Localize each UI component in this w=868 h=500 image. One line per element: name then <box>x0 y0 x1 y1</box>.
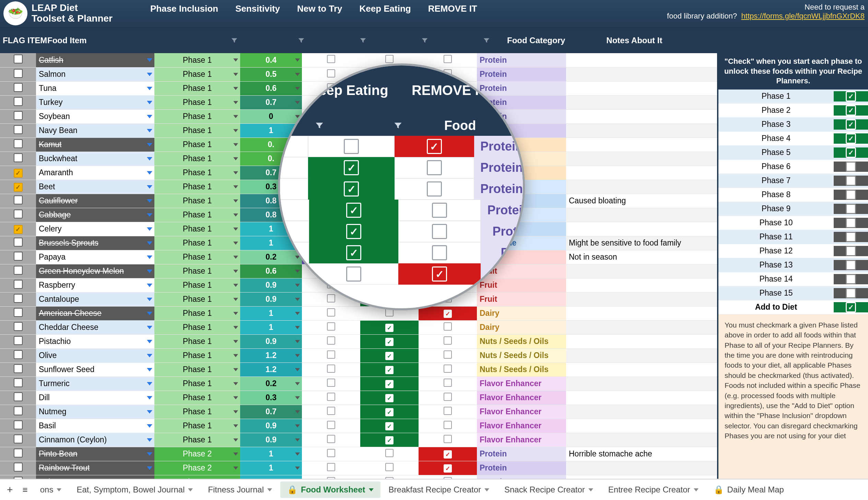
checkbox[interactable] <box>327 393 335 401</box>
flag-cell[interactable] <box>0 137 36 151</box>
dropdown-arrow-icon[interactable] <box>233 340 238 343</box>
checkbox[interactable] <box>432 203 447 218</box>
food-cell[interactable]: Brussels Sprouts <box>36 236 154 250</box>
checkbox[interactable] <box>327 421 335 429</box>
flag-checkbox[interactable] <box>14 97 23 106</box>
dropdown-arrow-icon[interactable] <box>233 466 238 469</box>
checkbox[interactable] <box>443 310 452 318</box>
dropdown-arrow-icon[interactable] <box>233 241 238 245</box>
dropdown-arrow-icon[interactable] <box>147 143 152 146</box>
flag-cell[interactable] <box>0 334 36 349</box>
dropdown-arrow-icon[interactable] <box>147 241 152 245</box>
checkbox[interactable] <box>846 274 856 284</box>
dropdown-arrow-icon[interactable] <box>147 298 152 301</box>
phase-cell[interactable]: Phase 1 <box>154 376 240 390</box>
flag-cell[interactable] <box>0 194 36 208</box>
flag-checkbox[interactable] <box>14 280 23 289</box>
sensitivity-cell[interactable]: 1 <box>240 475 302 479</box>
dropdown-arrow-icon[interactable] <box>147 199 152 203</box>
food-cell[interactable]: Cantaloupe <box>36 292 154 306</box>
note-cell[interactable] <box>566 419 717 433</box>
flag-checkbox[interactable] <box>14 406 23 415</box>
mag-keep-cell[interactable] <box>309 242 398 263</box>
checkbox[interactable] <box>443 55 452 63</box>
checkbox[interactable] <box>327 378 335 387</box>
flag-checkbox[interactable] <box>14 111 23 120</box>
flag-checkbox[interactable] <box>14 83 23 92</box>
remove-it-cell[interactable] <box>419 53 477 67</box>
food-cell[interactable]: Celery <box>36 222 154 236</box>
note-cell[interactable] <box>566 292 717 306</box>
remove-it-cell[interactable] <box>419 433 477 447</box>
note-cell[interactable] <box>566 81 717 95</box>
flag-checkbox[interactable] <box>14 477 23 479</box>
dropdown-arrow-icon[interactable] <box>295 59 300 62</box>
dropdown-arrow-icon[interactable] <box>147 129 152 132</box>
checkbox[interactable] <box>846 246 856 256</box>
dropdown-arrow-icon[interactable] <box>295 326 300 329</box>
dropdown-arrow-icon[interactable] <box>233 326 238 329</box>
checkbox[interactable] <box>385 366 394 374</box>
phase-cell[interactable]: Phase 1 <box>154 320 240 334</box>
keep-eating-cell[interactable] <box>360 376 419 390</box>
dropdown-arrow-icon[interactable] <box>147 87 152 90</box>
checkbox[interactable] <box>327 435 335 443</box>
checkbox[interactable] <box>443 450 452 458</box>
phase-cell[interactable]: Phase 1 <box>154 250 240 264</box>
dropdown-arrow-icon[interactable] <box>147 340 152 343</box>
phase-cell[interactable]: Phase 1 <box>154 124 240 137</box>
flag-checkbox[interactable] <box>14 420 23 429</box>
mag-keep-cell[interactable] <box>308 157 394 178</box>
phase-cell[interactable]: Phase 1 <box>154 334 240 349</box>
mag-keep-cell[interactable] <box>308 136 395 157</box>
checkbox[interactable] <box>385 422 394 430</box>
checkbox[interactable] <box>327 365 335 373</box>
checkbox[interactable] <box>385 324 394 332</box>
food-cell[interactable]: Nutmeg <box>36 405 154 419</box>
new-to-try-cell[interactable] <box>302 419 360 433</box>
food-cell[interactable]: Basil <box>36 419 154 433</box>
note-cell[interactable] <box>566 53 717 67</box>
flag-checkbox[interactable] <box>14 336 23 345</box>
new-to-try-cell[interactable] <box>302 461 360 475</box>
sensitivity-cell[interactable]: 1 <box>240 306 302 320</box>
checkbox[interactable] <box>344 139 359 154</box>
flag-checkbox[interactable] <box>14 378 23 387</box>
phase-cell[interactable]: Phase 1 <box>154 278 240 292</box>
filter-icon[interactable] <box>227 34 241 47</box>
sensitivity-cell[interactable]: 0.9 <box>240 278 302 292</box>
note-cell[interactable] <box>566 461 717 475</box>
add-sheet-button[interactable]: + <box>3 482 17 497</box>
sensitivity-cell[interactable]: 0.9 <box>240 334 302 349</box>
sensitivity-cell[interactable]: 0.4 <box>240 53 302 67</box>
dropdown-arrow-icon[interactable] <box>147 410 152 413</box>
flag-cell[interactable] <box>0 475 36 479</box>
dropdown-arrow-icon[interactable] <box>233 354 238 357</box>
note-cell[interactable]: Might be sensitive to food family <box>566 236 717 250</box>
phase-cell[interactable]: Phase 1 <box>154 194 240 208</box>
sensitivity-cell[interactable]: 0.6 <box>240 264 302 278</box>
dropdown-arrow-icon[interactable] <box>233 87 238 90</box>
note-cell[interactable] <box>566 264 717 278</box>
food-cell[interactable]: Amaranth <box>36 166 154 180</box>
flag-checkbox[interactable] <box>14 139 23 148</box>
flag-cell[interactable] <box>0 208 36 222</box>
new-to-try-cell[interactable] <box>302 349 360 363</box>
dropdown-arrow-icon[interactable] <box>233 171 238 174</box>
note-cell[interactable] <box>566 137 717 151</box>
phase-checkbox-cell[interactable] <box>834 232 868 242</box>
dropdown-arrow-icon[interactable] <box>233 396 238 399</box>
note-cell[interactable] <box>566 390 717 405</box>
flag-checkbox[interactable] <box>14 69 23 78</box>
checkbox[interactable] <box>327 351 335 359</box>
note-cell[interactable] <box>566 95 717 110</box>
phase-cell[interactable]: Phase 1 <box>154 67 240 81</box>
food-cell[interactable]: Cabbage <box>36 208 154 222</box>
food-cell[interactable]: Beet <box>36 180 154 194</box>
food-cell[interactable]: Cauliflower <box>36 194 154 208</box>
phase-checkbox-cell[interactable] <box>834 175 868 186</box>
checkbox[interactable] <box>443 322 452 331</box>
phase-cell[interactable]: Phase 1 <box>154 166 240 180</box>
filter-icon[interactable] <box>294 34 308 47</box>
food-cell[interactable]: Cinnamon (Ceylon) <box>36 433 154 447</box>
